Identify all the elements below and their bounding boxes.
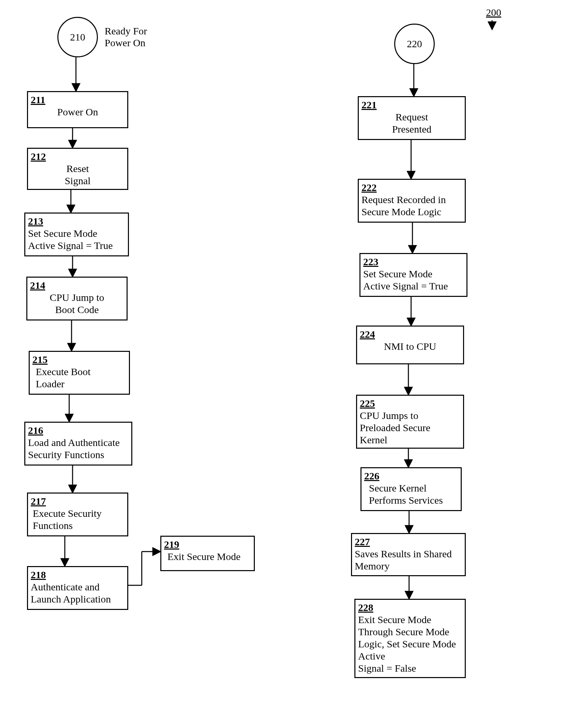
node-222-text: Request Recorded in Secure Mode Logic [361, 194, 462, 218]
node-217-num: 217 [31, 496, 125, 507]
node-223-text: Set Secure Mode Active Signal = True [363, 268, 464, 292]
node-226: 226 Secure Kernel Performs Services [360, 467, 462, 511]
node-216-text: Load and Authenticate Security Functions [28, 437, 129, 461]
node-211-text: Power On [31, 106, 125, 118]
node-221-text: Request Presented [361, 111, 462, 135]
node-214-num: 214 [30, 280, 124, 291]
node-213-text: Set Secure Mode Active Signal = True [28, 227, 125, 252]
node-218-text: Authenticate and Launch Application [31, 581, 125, 605]
node-212: 212 Reset Signal [27, 148, 128, 190]
node-225: 225 CPU Jumps to Preloaded Secure Kernel [356, 395, 464, 449]
node-226-num: 226 [364, 470, 458, 481]
node-224-text: NMI to CPU [360, 340, 460, 353]
node-224: 224 NMI to CPU [356, 326, 464, 364]
node-227-num: 227 [355, 536, 462, 547]
node-221-num: 221 [361, 99, 462, 110]
node-216: 216 Load and Authenticate Security Funct… [24, 422, 132, 466]
node-228: 228 Exit Secure Mode Through Secure Mode… [354, 599, 466, 678]
node-215-num: 215 [32, 354, 126, 365]
node-219-text: Exit Secure Mode [164, 551, 251, 563]
node-212-num: 212 [31, 151, 125, 162]
figure-ref-number: 200 [486, 7, 501, 19]
ready-for-power-on-label: Ready For Power On [105, 25, 147, 49]
node-225-num: 225 [360, 398, 460, 409]
node-217: 217 Execute Security Functions [27, 493, 128, 536]
node-212-text: Reset Signal [31, 163, 125, 187]
node-222-num: 222 [361, 182, 462, 193]
node-216-num: 216 [28, 425, 129, 436]
node-225-text: CPU Jumps to Preloaded Secure Kernel [360, 410, 460, 446]
node-213: 213 Set Secure Mode Active Signal = True [24, 213, 129, 256]
node-228-num: 228 [358, 602, 462, 613]
right-start-circle-label: 220 [407, 38, 422, 50]
node-221: 221 Request Presented [358, 96, 466, 140]
node-214: 214 CPU Jump to Boot Code [26, 277, 128, 320]
node-223-num: 223 [363, 256, 464, 267]
flowchart-canvas: 200 210 Ready For Power On 211 Power On … [0, 0, 565, 728]
node-223: 223 Set Secure Mode Active Signal = True [359, 253, 467, 297]
node-217-text: Execute Security Functions [31, 507, 125, 532]
right-start-circle: 220 [394, 24, 435, 64]
node-219: 219 Exit Secure Mode [160, 536, 255, 571]
node-211-num: 211 [31, 94, 125, 105]
node-227: 227 Saves Results in Shared Memory [351, 533, 466, 576]
node-222: 222 Request Recorded in Secure Mode Logi… [358, 179, 466, 223]
node-215: 215 Execute Boot Loader [29, 351, 130, 395]
node-227-text: Saves Results in Shared Memory [355, 548, 462, 572]
left-start-circle: 210 [57, 17, 98, 57]
node-228-text: Exit Secure Mode Through Secure Mode Log… [358, 614, 462, 674]
node-226-text: Secure Kernel Performs Services [364, 482, 458, 506]
node-224-num: 224 [360, 329, 460, 340]
node-215-text: Execute Boot Loader [32, 366, 126, 390]
node-213-num: 213 [28, 216, 125, 227]
node-219-num: 219 [164, 539, 251, 550]
node-218-num: 218 [31, 569, 125, 580]
node-211: 211 Power On [27, 91, 128, 128]
node-218: 218 Authenticate and Launch Application [27, 566, 128, 610]
node-214-text: CPU Jump to Boot Code [30, 291, 124, 316]
left-start-circle-label: 210 [70, 31, 85, 43]
